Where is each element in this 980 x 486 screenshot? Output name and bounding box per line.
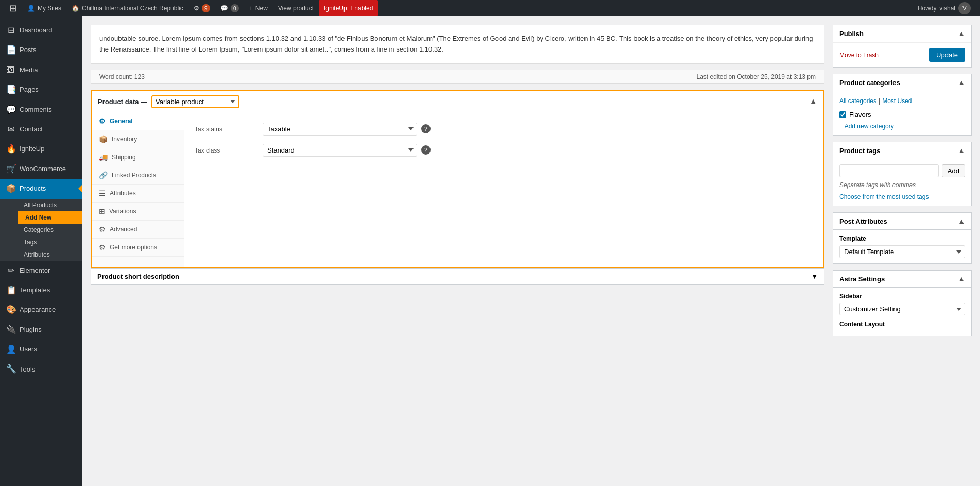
sidebar-item-igniteup[interactable]: 🔥 IgniteUp — [0, 139, 82, 159]
tags-add-button[interactable]: Add — [942, 164, 965, 177]
elementor-icon: ✏ — [6, 265, 15, 276]
short-description-title: Product short description — [97, 273, 811, 280]
sidebar-sub-all-products[interactable]: All Products — [18, 199, 82, 211]
site-name[interactable]: 🏠 Chillma International Czech Republic — [66, 0, 188, 16]
tags-input-row: Add — [839, 164, 965, 177]
sidebar: ⊟ Dashboard 📄 Posts 🖼 Media 📑 Pages 💬 Co… — [0, 16, 82, 486]
tax-status-control: Taxable Shipping only None ? — [263, 123, 431, 136]
attributes-panel-header[interactable]: Post Attributes ▲ — [833, 213, 971, 230]
astra-title: Astra Settings — [839, 275, 958, 283]
word-count: Word count: 123 — [99, 73, 145, 80]
product-type-select[interactable]: Variable product Simple product Grouped … — [151, 95, 239, 108]
tags-choose-link[interactable]: Choose from the most used tags — [839, 193, 929, 200]
tab-variations[interactable]: ⊞ Variations — [92, 203, 184, 221]
publish-toggle[interactable]: ▲ — [958, 29, 965, 38]
tags-input[interactable] — [839, 164, 939, 177]
content-wrap: undoubtable source. Lorem Ipsum comes fr… — [82, 16, 980, 350]
tab-linked-products[interactable]: 🔗 Linked Products — [92, 166, 184, 185]
update-button[interactable]: Update — [929, 48, 965, 62]
sidebar-sub-categories[interactable]: Categories — [18, 224, 82, 236]
plugins-icon: 🔌 — [6, 324, 15, 336]
view-product[interactable]: View product — [273, 0, 319, 16]
attributes-body: Template Default Template Full Width No … — [833, 230, 971, 263]
tax-status-help[interactable]: ? — [421, 124, 431, 133]
inventory-icon: 📦 — [99, 135, 108, 143]
sidebar-item-posts[interactable]: 📄 Posts — [0, 40, 82, 60]
woo-icon: 🛒 — [6, 163, 15, 175]
tags-toggle[interactable]: ▲ — [958, 146, 965, 155]
tags-panel-header[interactable]: Product tags ▲ — [833, 142, 971, 159]
sidebar-item-media[interactable]: 🖼 Media — [0, 60, 82, 80]
sidebar-sub-add-new[interactable]: Add New — [18, 211, 82, 224]
categories-toggle[interactable]: ▲ — [958, 78, 965, 87]
short-description-header[interactable]: Product short description ▼ — [91, 269, 824, 284]
my-sites[interactable]: 👤 My Sites — [22, 0, 66, 16]
categories-panel-header[interactable]: Product categories ▲ — [833, 74, 971, 91]
template-select[interactable]: Default Template Full Width No Sidebar — [839, 245, 965, 258]
astra-panel-header[interactable]: Astra Settings ▲ — [833, 271, 971, 288]
short-description-toggle[interactable]: ▼ — [811, 273, 818, 280]
sidebar-item-contact[interactable]: ✉ Contact — [0, 120, 82, 139]
sidebar-select[interactable]: Customizer Setting Default Sidebar No Si… — [839, 303, 965, 315]
cat-tab-most-used[interactable]: Most Used — [882, 96, 912, 106]
word-count-bar: Word count: 123 Last edited on October 2… — [91, 70, 824, 84]
linked-products-icon: 🔗 — [99, 171, 108, 179]
tab-attributes[interactable]: ☰ Attributes — [92, 185, 184, 203]
sidebar-item-woocommerce[interactable]: 🛒 WooCommerce — [0, 159, 82, 179]
dashboard-icon: ⊟ — [6, 25, 15, 36]
comments[interactable]: 💬 0 — [215, 0, 244, 16]
tax-status-select[interactable]: Taxable Shipping only None — [263, 123, 417, 136]
sidebar-field: Sidebar Customizer Setting Default Sideb… — [839, 293, 965, 315]
category-item-flavors: Flavors — [839, 111, 965, 119]
tab-advanced[interactable]: ⚙ Advanced — [92, 221, 184, 239]
sidebar-item-templates[interactable]: 📋 Templates — [0, 280, 82, 300]
sidebar-item-products[interactable]: 📦 Products — [0, 179, 82, 198]
tab-get-more[interactable]: ⚙ Get more options — [92, 239, 184, 257]
attributes-toggle[interactable]: ▲ — [958, 217, 965, 225]
product-categories-panel: Product categories ▲ All categories | Mo… — [833, 74, 972, 136]
astra-toggle[interactable]: ▲ — [958, 275, 965, 283]
new-button[interactable]: + New — [244, 0, 273, 16]
howdy[interactable]: Howdy, vishal V — [913, 2, 976, 14]
tax-class-select[interactable]: Standard Reduced rate Zero rate — [263, 144, 417, 157]
add-new-category[interactable]: + Add new category — [839, 123, 965, 130]
tax-status-label: Tax status — [195, 123, 256, 133]
tags-body: Add Separate tags with commas Choose fro… — [833, 159, 971, 206]
editor-area[interactable]: undoubtable source. Lorem Ipsum comes fr… — [91, 25, 824, 64]
product-data-tabs: ⚙ General 📦 Inventory 🚚 Shipping — [92, 112, 184, 267]
sidebar-item-plugins[interactable]: 🔌 Plugins — [0, 320, 82, 340]
sidebar-item-elementor[interactable]: ✏ Elementor — [0, 261, 82, 280]
publish-title: Publish — [839, 30, 958, 38]
tags-title: Product tags — [839, 147, 958, 155]
cat-tab-all[interactable]: All categories — [839, 96, 876, 106]
product-data-box: Product data — Variable product Simple p… — [91, 90, 824, 268]
tab-shipping[interactable]: 🚚 Shipping — [92, 148, 184, 166]
sidebar-sub-attributes[interactable]: Attributes — [18, 248, 82, 261]
users-icon: 👤 — [6, 344, 15, 355]
tab-general[interactable]: ⚙ General — [92, 112, 184, 130]
tools-icon: 🔧 — [6, 363, 15, 375]
sidebar-item-users[interactable]: 👤 Users — [0, 340, 82, 359]
secondary-column: Publish ▲ Move to Trash Update Product c… — [833, 25, 972, 342]
publish-panel-header[interactable]: Publish ▲ — [833, 25, 971, 42]
updates[interactable]: ⚙ 9 — [188, 0, 215, 16]
move-to-trash[interactable]: Move to Trash — [839, 52, 879, 59]
sidebar-item-dashboard[interactable]: ⊟ Dashboard — [0, 21, 82, 40]
main-content: undoubtable source. Lorem Ipsum comes fr… — [82, 16, 980, 486]
contact-icon: ✉ — [6, 124, 15, 135]
sidebar-item-tools[interactable]: 🔧 Tools — [0, 359, 82, 379]
category-checkbox-flavors[interactable] — [839, 111, 846, 118]
sidebar-item-pages[interactable]: 📑 Pages — [0, 80, 82, 99]
sidebar-item-appearance[interactable]: 🎨 Appearance — [0, 300, 82, 320]
tax-class-help[interactable]: ? — [421, 145, 431, 155]
attributes-title: Post Attributes — [839, 217, 958, 225]
tab-inventory[interactable]: 📦 Inventory — [92, 130, 184, 148]
sidebar-sub-tags[interactable]: Tags — [18, 236, 82, 248]
categories-body: All categories | Most Used Flavors + Add… — [833, 91, 971, 135]
wp-logo[interactable]: ⊞ — [4, 0, 22, 16]
igniteup-button[interactable]: IgniteUp: Enabled — [319, 0, 378, 16]
sidebar-item-comments[interactable]: 💬 Comments — [0, 100, 82, 120]
template-label: Template — [839, 235, 965, 242]
posts-icon: 📄 — [6, 44, 15, 56]
product-data-toggle[interactable]: ▲ — [809, 97, 817, 106]
